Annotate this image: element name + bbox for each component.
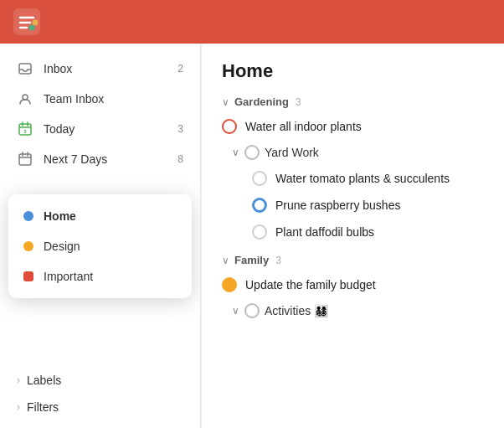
sidebar: Inbox 2 Team Inbox 3: [0, 44, 201, 428]
filters-label: Filters: [27, 400, 59, 414]
svg-text:3: 3: [23, 129, 27, 134]
sidebar-item-next7days[interactable]: Next 7 Days 8: [0, 144, 200, 174]
gardening-section: ∨ Gardening 3 Water all indoor plants ∨ …: [222, 95, 484, 245]
team-inbox-label: Team Inbox: [44, 92, 104, 106]
yard-work-header[interactable]: ∨ Yard Work: [232, 140, 484, 165]
today-badge: 3: [177, 123, 183, 135]
task-circle-default-2: [252, 224, 267, 240]
svg-rect-13: [19, 154, 31, 165]
family-section: ∨ Family 3 Update the family budget ∨ Ac…: [222, 254, 484, 323]
task-family-budget[interactable]: Update the family budget: [222, 271, 484, 298]
design-label: Design: [44, 240, 80, 253]
activities-circle: [244, 303, 260, 318]
labels-label: Labels: [27, 374, 61, 387]
project-dropdown: Home Design Important: [8, 194, 192, 298]
svg-point-4: [33, 20, 39, 26]
svg-point-5: [29, 25, 35, 31]
filters-chevron-icon: ›: [17, 401, 20, 413]
today-label: Today: [44, 122, 75, 136]
sidebar-item-filters[interactable]: › Filters: [0, 394, 200, 420]
task-prune-raspberry[interactable]: Prune raspberry bushes: [232, 192, 484, 219]
sidebar-item-labels[interactable]: › Labels: [0, 367, 200, 394]
gardening-chevron-icon: ∨: [222, 96, 229, 108]
important-dot: [23, 271, 33, 281]
activities-subsection: ∨ Activities 👨‍👩‍👧‍👦: [222, 298, 484, 323]
family-section-header[interactable]: ∨ Family 3: [222, 254, 484, 266]
team-inbox-icon: [17, 90, 33, 107]
inbox-icon: [17, 60, 33, 77]
gardening-section-header[interactable]: ∨ Gardening 3: [222, 95, 484, 108]
sidebar-item-inbox[interactable]: Inbox 2: [0, 54, 200, 84]
app-header: [0, 0, 504, 44]
yard-work-circle: [244, 145, 260, 160]
activities-header[interactable]: ∨ Activities 👨‍👩‍👧‍👦: [232, 298, 484, 323]
family-title: Family: [234, 254, 269, 266]
yard-work-subsection: ∨ Yard Work Water tomato plants & succul…: [222, 140, 484, 245]
important-label: Important: [44, 270, 93, 283]
task-label-family-budget: Update the family budget: [245, 278, 376, 291]
next7days-icon: [17, 151, 33, 168]
today-icon: 3: [17, 121, 33, 137]
task-label-water-indoor: Water all indoor plants: [245, 120, 362, 133]
labels-chevron-icon: ›: [17, 374, 20, 386]
dropdown-item-home[interactable]: Home: [8, 201, 192, 231]
task-label-prune-raspberry: Prune raspberry bushes: [275, 199, 400, 212]
family-count: 3: [275, 255, 281, 266]
page-title: Home: [222, 60, 484, 82]
home-label: Home: [44, 209, 76, 223]
sidebar-item-today[interactable]: 3 Today 3: [0, 114, 200, 144]
dropdown-item-important[interactable]: Important: [8, 261, 192, 291]
gardening-title: Gardening: [234, 95, 289, 108]
next7days-label: Next 7 Days: [44, 152, 107, 166]
yard-work-title: Yard Work: [265, 146, 319, 159]
svg-rect-6: [19, 64, 31, 74]
content-area: Home ∨ Gardening 3 Water all indoor plan…: [201, 44, 504, 428]
task-water-indoor-plants[interactable]: Water all indoor plants: [222, 113, 484, 140]
yard-work-chevron-icon: ∨: [232, 147, 239, 158]
task-water-tomato[interactable]: Water tomato plants & succulents: [232, 165, 484, 192]
activities-chevron-icon: ∨: [232, 305, 239, 317]
task-circle-default-1: [252, 171, 267, 186]
task-circle-blue: [252, 198, 267, 213]
task-circle-red: [222, 119, 237, 134]
dropdown-item-design[interactable]: Design: [8, 231, 192, 261]
task-circle-orange: [222, 277, 237, 292]
task-label-plant-daffodil: Plant daffodil bulbs: [275, 225, 374, 239]
inbox-label: Inbox: [44, 62, 72, 75]
family-chevron-icon: ∨: [222, 255, 229, 266]
task-plant-daffodil[interactable]: Plant daffodil bulbs: [232, 219, 484, 245]
main-layout: Inbox 2 Team Inbox 3: [0, 44, 504, 428]
sidebar-item-team-inbox[interactable]: Team Inbox: [0, 84, 200, 114]
design-dot: [23, 241, 33, 251]
sidebar-bottom-sections: › Labels › Filters: [0, 367, 200, 420]
home-dot: [23, 211, 33, 221]
gardening-count: 3: [296, 96, 301, 108]
activities-title: Activities 👨‍👩‍👧‍👦: [265, 304, 328, 317]
app-logo: [13, 8, 40, 35]
task-label-water-tomato: Water tomato plants & succulents: [275, 172, 450, 185]
svg-point-7: [23, 95, 28, 100]
inbox-badge: 2: [177, 63, 183, 75]
next7days-badge: 8: [177, 153, 183, 165]
